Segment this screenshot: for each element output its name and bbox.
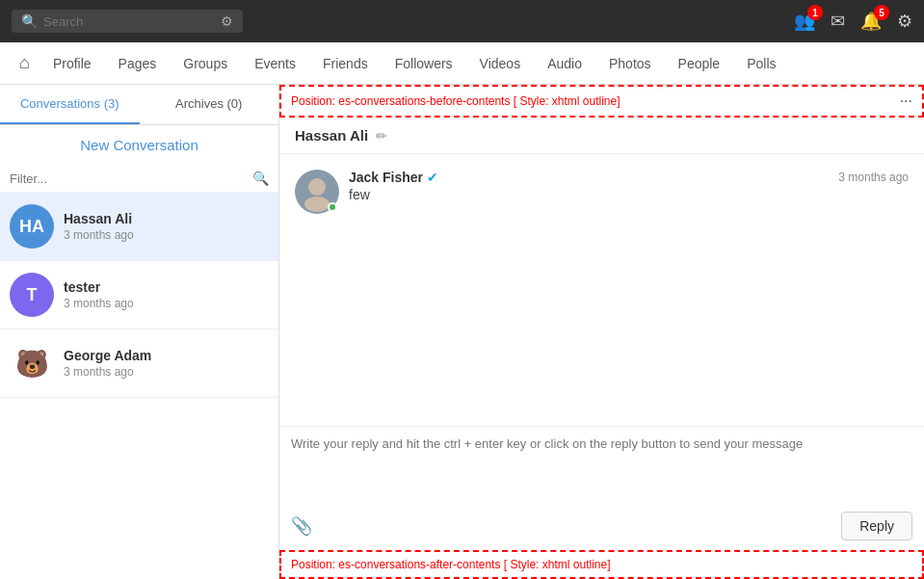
secnav-friends[interactable]: Friends [311, 46, 380, 81]
conversation-list: HA Hassan Ali 3 months ago T tester 3 mo… [0, 193, 278, 579]
tab-conversations[interactable]: Conversations (3) [0, 85, 140, 124]
verified-icon: ✔ [427, 170, 438, 185]
conversation-header: Hassan Ali ✏ [279, 118, 924, 154]
search-box[interactable]: 🔍 ⚙ [12, 10, 243, 33]
conv-info-tester: tester 3 months ago [64, 279, 134, 310]
message-sender: Jack Fisher [349, 170, 423, 185]
reply-button[interactable]: Reply [841, 512, 912, 540]
conv-name-hassan: Hassan Ali [64, 211, 134, 226]
secondary-navbar: ⌂ Profile Pages Groups Events Friends Fo… [0, 42, 924, 85]
secnav-pages[interactable]: Pages [107, 46, 169, 81]
secnav-people[interactable]: People [667, 46, 732, 81]
conv-time-hassan: 3 months ago [64, 228, 134, 242]
debug-before-text: Position: es-conversations-before-conten… [291, 94, 620, 108]
avatar-tester: T [10, 273, 54, 317]
secnav-profile[interactable]: Profile [41, 46, 103, 81]
filter-row: 🔍 [0, 165, 278, 193]
settings-icon: ⚙ [897, 12, 912, 31]
message-name-row: Jack Fisher ✔ [349, 170, 438, 185]
secnav-groups[interactable]: Groups [172, 46, 239, 81]
settings-icon-btn[interactable]: ⚙ [897, 11, 912, 32]
conv-info-hassan: Hassan Ali 3 months ago [64, 211, 134, 242]
conv-time-george: 3 months ago [64, 365, 151, 379]
reply-area: 📎 Reply [279, 426, 924, 550]
users-icon-btn[interactable]: 👥 1 [794, 11, 815, 32]
reply-bottom: 📎 Reply [291, 512, 912, 540]
mail-icon: ✉ [831, 12, 845, 31]
edit-icon[interactable]: ✏ [376, 128, 387, 144]
filter-input[interactable] [10, 171, 247, 186]
avatar-george: 🐻 [10, 341, 54, 385]
message-area: Jack Fisher ✔ 3 months ago few [279, 154, 924, 426]
top-nav-left: 🔍 ⚙ [12, 10, 243, 33]
users-badge: 1 [807, 5, 823, 20]
message-time: 3 months ago [838, 171, 909, 184]
secnav-videos[interactable]: Videos [468, 46, 533, 81]
conv-name-george: George Adam [64, 348, 151, 363]
debug-before-banner: Position: es-conversations-before-conten… [279, 85, 924, 118]
search-icon: 🔍 [21, 13, 38, 29]
message-avatar-wrap [295, 170, 339, 214]
online-status-dot [328, 202, 337, 212]
reply-textarea[interactable] [291, 436, 912, 504]
attach-icon[interactable]: 📎 [291, 515, 312, 537]
conv-name-tester: tester [64, 279, 134, 295]
conversation-header-name: Hassan Ali [295, 127, 368, 144]
bell-badge: 5 [874, 5, 889, 20]
conv-item-tester[interactable]: T tester 3 months ago [0, 261, 278, 329]
secnav-audio[interactable]: Audio [536, 46, 594, 81]
right-panel: Position: es-conversations-before-conten… [279, 85, 924, 579]
secnav-events[interactable]: Events [243, 46, 307, 81]
secnav-photos[interactable]: Photos [597, 46, 663, 81]
conv-time-tester: 3 months ago [64, 297, 134, 310]
message-top: Jack Fisher ✔ 3 months ago [349, 170, 909, 185]
left-panel: Conversations (3) Archives (0) New Conve… [0, 85, 279, 579]
top-nav-right: 👥 1 ✉ 🔔 5 ⚙ [794, 11, 912, 32]
filter-search-icon[interactable]: 🔍 [252, 171, 269, 186]
secnav-followers[interactable]: Followers [383, 46, 464, 81]
new-conversation-button[interactable]: New Conversation [0, 125, 278, 165]
avatar-hassan: HA [10, 204, 54, 249]
tabs-row: Conversations (3) Archives (0) [0, 85, 278, 125]
debug-after-banner: Position: es-conversations-after-content… [279, 550, 924, 579]
main-container: Conversations (3) Archives (0) New Conve… [0, 85, 924, 579]
conv-item-hassan[interactable]: HA Hassan Ali 3 months ago [0, 193, 278, 261]
home-icon-btn[interactable]: ⌂ [12, 53, 38, 73]
debug-after-text: Position: es-conversations-after-content… [291, 558, 610, 571]
svg-point-1 [308, 178, 326, 196]
conv-info-george: George Adam 3 months ago [64, 348, 151, 379]
search-input[interactable] [43, 14, 215, 29]
message-content: Jack Fisher ✔ 3 months ago few [349, 170, 909, 202]
svg-point-2 [304, 197, 330, 212]
top-navbar: 🔍 ⚙ 👥 1 ✉ 🔔 5 ⚙ [0, 0, 924, 42]
more-options-icon[interactable]: ··· [900, 92, 912, 110]
secnav-polls[interactable]: Polls [735, 46, 787, 81]
conv-item-george[interactable]: 🐻 George Adam 3 months ago [0, 329, 278, 398]
bell-icon-btn[interactable]: 🔔 5 [860, 11, 882, 32]
settings-search-icon[interactable]: ⚙ [221, 13, 233, 29]
mail-icon-btn[interactable]: ✉ [831, 11, 845, 32]
tab-archives[interactable]: Archives (0) [140, 85, 279, 124]
message-text: few [349, 187, 909, 202]
message-row: Jack Fisher ✔ 3 months ago few [295, 170, 909, 214]
